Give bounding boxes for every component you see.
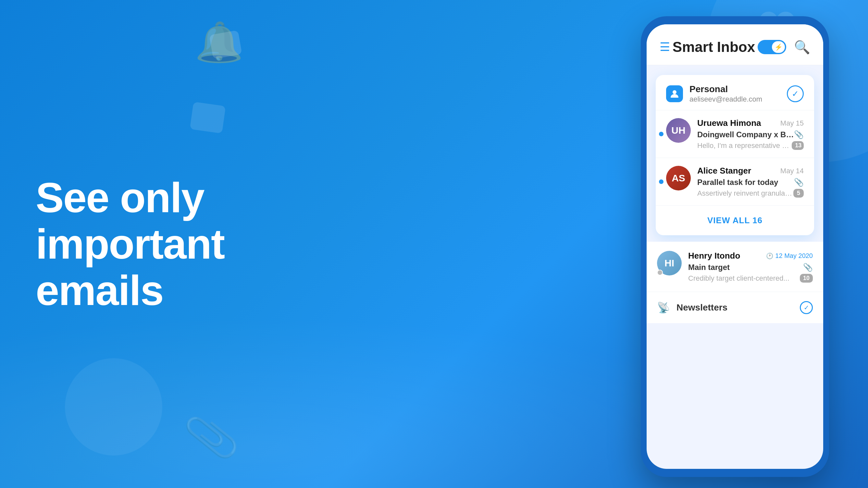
personal-email: aeliseev@readdle.com [689, 95, 762, 103]
email-content-alice: Alice Stanger May 14 Parallel task for t… [697, 166, 804, 198]
email-content-uruewa: Uruewa Himona May 15 Doingwell Company x… [697, 118, 804, 150]
personal-name: Personal [689, 84, 762, 94]
email-subject-alice: Parallel task for today [697, 178, 778, 187]
personal-left: Personal aeliseev@readdle.com [666, 84, 762, 103]
rss-icon: 📡 [657, 301, 670, 314]
hero-line2: important [36, 220, 224, 268]
email-subject-henry: Main target [688, 263, 730, 272]
newsletters-check-icon: ✓ [800, 301, 813, 314]
email-item-alice[interactable]: AS Alice Stanger May 14 Parallel task fo… [656, 158, 814, 206]
count-badge-henry: 10 [800, 274, 813, 283]
phone-mockup: ☰ Smart Inbox ⚡ 🔍 [641, 16, 829, 477]
personal-card: Personal aeliseev@readdle.com ✓ UH Uruew… [656, 75, 814, 235]
lower-emails-section: HI Henry Itondo 🕐 12 May 2020 Main [647, 242, 823, 323]
search-icon[interactable]: 🔍 [794, 40, 810, 55]
clock-icon: 🕐 [766, 253, 773, 260]
newsletter-left: 📡 Newsletters [657, 301, 727, 314]
email-item-henry[interactable]: HI Henry Itondo 🕐 12 May 2020 Main [647, 242, 823, 292]
email-top-row-henry: Henry Itondo 🕐 12 May 2020 [688, 251, 813, 261]
smart-inbox-toggle[interactable]: ⚡ [757, 40, 786, 54]
attachment-icon-uruewa: 📎 [794, 130, 804, 139]
personal-info: Personal aeliseev@readdle.com [689, 84, 762, 103]
count-badge-uruewa: 13 [792, 141, 804, 150]
inbox-header: ☰ Smart Inbox ⚡ 🔍 [647, 24, 823, 65]
email-top-row-alice: Alice Stanger May 14 [697, 166, 804, 176]
inbox-title: Smart Inbox [673, 39, 755, 55]
hero-section: See only important emails [36, 0, 282, 488]
email-preview-alice: Assertively reinvent granular web ... [697, 189, 793, 198]
svg-point-0 [673, 90, 677, 94]
sender-name-uruewa: Uruewa Himona [697, 118, 761, 128]
unread-dot-uruewa [659, 132, 663, 136]
hero-line3: emails [36, 267, 163, 314]
email-date-alice: May 14 [780, 167, 804, 175]
newsletters-row[interactable]: 📡 Newsletters ✓ [647, 292, 823, 323]
email-content-henry: Henry Itondo 🕐 12 May 2020 Main target 📎… [688, 251, 813, 283]
phone-screen: ☰ Smart Inbox ⚡ 🔍 [647, 24, 823, 469]
attachment-icon-alice: 📎 [794, 178, 804, 187]
email-preview-henry: Credibly target client-centered... [688, 274, 789, 283]
newsletters-label: Newsletters [677, 302, 727, 313]
attachment-icon-henry: 📎 [803, 263, 813, 272]
header-right: ⚡ 🔍 [757, 40, 810, 55]
hero-line1: See only [36, 174, 204, 221]
phone-body: Personal aeliseev@readdle.com ✓ UH Uruew… [647, 75, 823, 323]
hero-text: See only important emails [36, 174, 224, 314]
person-icon [670, 89, 679, 99]
email-subject-uruewa: Doingwell Company x Bestever ... [697, 130, 794, 139]
avatar-uruewa: UH [666, 118, 691, 143]
email-item-uruewa[interactable]: UH Uruewa Himona May 15 Doingwell Compan… [656, 110, 814, 158]
personal-check-icon[interactable]: ✓ [787, 85, 804, 102]
menu-icon[interactable]: ☰ [660, 40, 670, 54]
sender-name-alice: Alice Stanger [697, 166, 751, 176]
email-subject-row-henry: Main target 📎 [688, 263, 813, 272]
sender-name-henry: Henry Itondo [688, 251, 740, 261]
view-all-button[interactable]: VIEW ALL 16 [656, 206, 814, 235]
avatar-alice: AS [666, 166, 691, 191]
email-preview-row-henry: Credibly target client-centered... 10 [688, 274, 813, 283]
email-subject-row-alice: Parallel task for today 📎 [697, 178, 804, 187]
email-preview-row-alice: Assertively reinvent granular web ... 5 [697, 189, 804, 198]
henry-date-text: 12 May 2020 [775, 252, 813, 260]
unread-circle-henry [657, 270, 663, 275]
lightning-icon: ⚡ [775, 43, 783, 51]
email-preview-uruewa: Hello, I'm a representative of Best... [697, 141, 792, 150]
email-date-henry: 🕐 12 May 2020 [766, 252, 813, 260]
count-badge-alice: 5 [793, 189, 804, 198]
toggle-knob: ⚡ [772, 41, 785, 53]
personal-account-icon [666, 85, 683, 102]
email-top-row-uruewa: Uruewa Himona May 15 [697, 118, 804, 128]
email-date-uruewa: May 15 [780, 119, 804, 128]
email-preview-row-uruewa: Hello, I'm a representative of Best... 1… [697, 141, 804, 150]
unread-dot-alice [659, 180, 663, 184]
personal-header: Personal aeliseev@readdle.com ✓ [656, 75, 814, 110]
email-subject-row-uruewa: Doingwell Company x Bestever ... 📎 [697, 130, 804, 139]
